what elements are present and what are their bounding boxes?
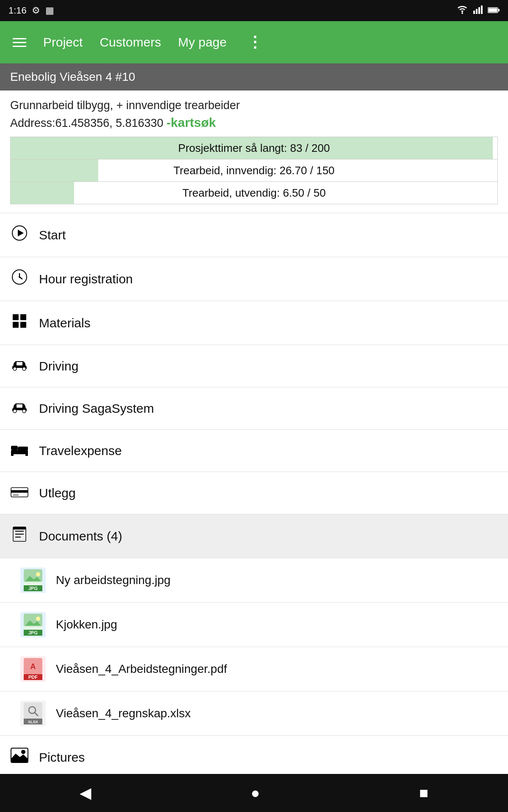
progress-row-3: Trearbeid, utvendig: 6.50 / 50 <box>11 182 498 204</box>
progress-label-2: Trearbeid, innvendig: 26.70 / 150 <box>11 159 497 181</box>
bed-icon <box>10 442 29 460</box>
svg-text:PDF: PDF <box>28 675 38 680</box>
svg-rect-14 <box>13 314 19 320</box>
address-link[interactable]: -kartsøk <box>166 115 216 129</box>
svg-rect-2 <box>476 9 478 14</box>
menu-label-hour: Hour registration <box>39 272 133 286</box>
svg-rect-7 <box>498 9 500 11</box>
doc-name-1: Ny arbeidstegning.jpg <box>56 573 171 587</box>
svg-point-39 <box>36 572 40 576</box>
menu-item-materials[interactable]: Materials <box>0 301 508 345</box>
hamburger-menu[interactable] <box>13 38 26 47</box>
svg-marker-60 <box>11 754 28 763</box>
project-description: Grunnarbeid tilbygg, + innvendige trearb… <box>10 99 498 112</box>
status-time: 1:16 <box>8 5 27 16</box>
address-text: Address:61.458356, 5.816330 <box>10 117 163 129</box>
svg-point-21 <box>13 409 17 413</box>
svg-rect-6 <box>489 8 497 12</box>
doc-icon-jpg-1: JPG <box>20 568 46 593</box>
doc-name-3: Vieåsen_4_Arbeidstegninger.pdf <box>56 662 227 676</box>
progress-label-3: Trearbeid, utvendig: 6.50 / 50 <box>11 182 497 204</box>
nav-project[interactable]: Project <box>43 35 83 49</box>
wifi-icon <box>456 5 468 16</box>
svg-rect-35 <box>13 527 26 529</box>
menu-label-utlegg: Utlegg <box>39 486 76 500</box>
svg-rect-30 <box>13 494 19 496</box>
clock-icon <box>10 269 29 289</box>
doc-icon-jpg-2: JPG <box>20 612 46 637</box>
signal-icon <box>473 5 483 16</box>
home-button[interactable]: ● <box>251 784 260 802</box>
progress-cell-2: Trearbeid, innvendig: 26.70 / 150 <box>11 159 498 182</box>
doc-icon-pdf: A PDF <box>20 656 46 682</box>
play-icon <box>10 225 29 245</box>
svg-point-61 <box>21 750 25 754</box>
nav-more-icon[interactable]: ⋮ <box>247 33 263 51</box>
menu-item-utlegg[interactable]: Utlegg <box>0 472 508 514</box>
settings-icon: ⚙ <box>32 5 40 16</box>
card-icon <box>10 484 29 502</box>
document-item-3[interactable]: A PDF Vieåsen_4_Arbeidstegninger.pdf <box>0 647 508 691</box>
document-item-2[interactable]: JPG Kjokken.jpg <box>0 603 508 647</box>
svg-rect-25 <box>11 446 18 450</box>
svg-marker-9 <box>18 230 24 236</box>
sim-icon: ▦ <box>45 5 54 16</box>
project-info: Grunnarbeid tilbygg, + innvendige trearb… <box>0 91 508 213</box>
menu-item-travelexpense[interactable]: Travelexpense <box>0 430 508 472</box>
svg-point-13 <box>19 276 20 278</box>
top-nav: Project Customers My page ⋮ <box>0 21 508 63</box>
svg-rect-15 <box>20 314 26 320</box>
status-bar: 1:16 ⚙ ▦ <box>0 0 508 21</box>
svg-rect-4 <box>481 5 483 14</box>
svg-rect-1 <box>473 11 475 14</box>
menu-item-hour-registration[interactable]: Hour registration <box>0 257 508 301</box>
svg-text:A: A <box>30 662 36 671</box>
menu-item-start[interactable]: Start <box>0 213 508 257</box>
svg-rect-24 <box>11 450 28 454</box>
nav-mypage[interactable]: My page <box>178 35 226 49</box>
menu-item-driving[interactable]: Driving <box>0 345 508 387</box>
progress-cell-1: Prosjekttimer så langt: 83 / 200 <box>11 137 498 159</box>
menu-label-driving-saga: Driving SagaSystem <box>39 401 154 416</box>
svg-rect-3 <box>478 7 480 14</box>
back-button[interactable]: ◀ <box>80 784 91 802</box>
project-title: Enebolig Vieåsen 4 #10 <box>10 70 135 83</box>
menu-label-pictures: Pictures <box>39 750 85 765</box>
svg-point-18 <box>13 367 17 370</box>
project-title-bar: Enebolig Vieåsen 4 #10 <box>0 63 508 91</box>
doc-icon-xlsx: XLSX <box>20 701 46 726</box>
svg-point-0 <box>461 12 463 14</box>
svg-rect-26 <box>11 453 14 456</box>
svg-rect-54 <box>24 702 42 719</box>
car-icon <box>10 357 29 375</box>
document-item-1[interactable]: JPG Ny arbeidstegning.jpg <box>0 558 508 603</box>
image-icon <box>10 748 29 767</box>
doc-name-4: Vieåsen_4_regnskap.xlsx <box>56 707 191 720</box>
recents-button[interactable]: ■ <box>419 784 428 802</box>
progress-table: Prosjekttimer så langt: 83 / 200 Trearbe… <box>10 137 498 204</box>
nav-customers[interactable]: Customers <box>99 35 161 49</box>
document-item-4[interactable]: XLSX Vieåsen_4_regnskap.xlsx <box>0 691 508 736</box>
svg-text:JPG: JPG <box>28 630 38 635</box>
svg-text:JPG: JPG <box>28 586 38 591</box>
svg-rect-27 <box>25 453 28 456</box>
menu-label-start: Start <box>39 228 66 242</box>
progress-label-1: Prosjekttimer så langt: 83 / 200 <box>11 137 497 159</box>
project-address: Address:61.458356, 5.816330 -kartsøk <box>10 115 498 130</box>
car2-icon <box>10 399 29 417</box>
svg-point-45 <box>36 617 40 621</box>
menu-item-documents[interactable]: Documents (4) <box>0 514 508 558</box>
battery-icon <box>488 5 500 16</box>
progress-row-1: Prosjekttimer så langt: 83 / 200 <box>11 137 498 159</box>
doc-name-2: Kjokken.jpg <box>56 618 117 631</box>
menu-label-documents: Documents (4) <box>39 529 122 543</box>
grid-icon <box>10 313 29 333</box>
progress-row-2: Trearbeid, innvendig: 26.70 / 150 <box>11 159 498 182</box>
svg-point-22 <box>22 409 26 413</box>
documents-icon <box>10 526 29 546</box>
svg-rect-29 <box>11 490 28 493</box>
menu-label-materials: Materials <box>39 316 91 330</box>
menu-item-driving-saga[interactable]: Driving SagaSystem <box>0 387 508 430</box>
menu-item-pictures[interactable]: Pictures <box>0 736 508 779</box>
bottom-nav: ◀ ● ■ <box>0 774 508 812</box>
